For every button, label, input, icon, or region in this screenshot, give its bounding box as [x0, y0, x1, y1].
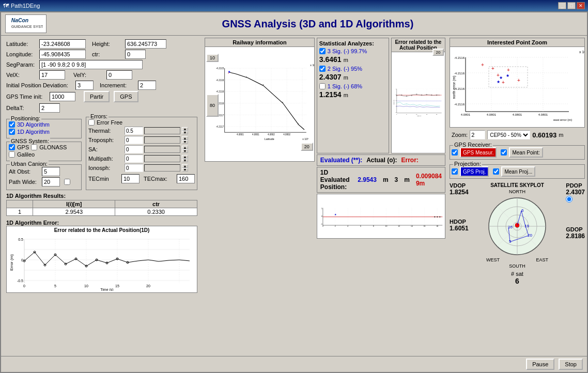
close-button[interactable]: ✕ — [577, 2, 585, 9]
error-free-checkbox[interactable] — [88, 119, 95, 126]
thermal-input[interactable] — [125, 127, 143, 135]
gps-proj-button[interactable]: GPS Proj. — [460, 166, 489, 177]
troposph-slider[interactable] — [144, 136, 180, 144]
railway-zoom-right-20[interactable]: 20 — [301, 143, 313, 151]
error-zoom-20[interactable]: 20 — [432, 49, 444, 56]
cep-select[interactable]: CEP50 - 50% — [487, 130, 530, 139]
zoom-input[interactable] — [470, 130, 485, 139]
mean-proj-button[interactable]: Mean Proj... — [501, 166, 535, 177]
troposph-input[interactable] — [125, 136, 143, 144]
railway-zoom-80[interactable]: 80 — [206, 94, 219, 117]
sa-down[interactable]: ▼ — [182, 149, 188, 153]
pdop-radio[interactable] — [566, 196, 572, 203]
algo1d-row: 1D Algorithm — [9, 129, 79, 135]
hdop-value: 1.6051 — [450, 225, 469, 232]
troposph-down[interactable]: ▼ — [182, 140, 188, 144]
delta-t-input[interactable] — [39, 103, 60, 113]
svg-text:15: 15 — [426, 114, 427, 115]
gps-meas-button[interactable]: GPS Measur. — [460, 147, 497, 158]
sig1-checkbox[interactable] — [319, 83, 326, 89]
ctr-input[interactable] — [125, 50, 146, 59]
svg-text:Time (s): Time (s) — [100, 288, 113, 291]
longitude-input[interactable] — [39, 50, 86, 59]
svg-text:4.0801: 4.0801 — [513, 113, 522, 116]
mean-point-button[interactable]: Mean Point: — [509, 147, 543, 158]
top-charts-row: Railway information 10 80 20 x 10⁶ Lo — [205, 38, 445, 162]
algo3d-label: 3D Algorithm — [17, 121, 50, 128]
sig2-value: 2.4307 — [319, 73, 342, 81]
segparam-input[interactable] — [39, 60, 143, 69]
ctr-label: ctr: — [92, 51, 123, 57]
errors-title: Errors: — [89, 113, 109, 119]
sa-up[interactable]: ▲ — [182, 146, 188, 149]
glonass-checkbox[interactable] — [31, 144, 37, 150]
sig2-checkbox[interactable] — [319, 66, 326, 72]
increment-input[interactable] — [138, 81, 156, 90]
maximize-button[interactable]: □ — [567, 2, 576, 9]
svg-text:-4.2116: -4.2116 — [454, 103, 465, 106]
thermal-slider[interactable] — [144, 127, 180, 134]
ionosph-slider[interactable] — [144, 164, 180, 172]
eval-value: 2.9543 — [358, 176, 377, 183]
path-wide-input[interactable] — [42, 177, 60, 186]
troposph-up[interactable]: ▲ — [182, 136, 188, 140]
gps-proj-checkbox[interactable] — [452, 168, 458, 175]
sa-input[interactable] — [125, 145, 143, 153]
multipath-slider[interactable] — [144, 155, 180, 162]
pos1d-svg: 1 0 -1 — [317, 194, 445, 238]
ionosph-down[interactable]: ▼ — [182, 168, 188, 172]
stop-button[interactable]: Stop — [559, 359, 583, 370]
projection-title: Projection: — [453, 161, 482, 167]
vely-input[interactable] — [106, 70, 132, 80]
gps-button[interactable]: GPS — [114, 91, 138, 102]
row-i-value: 2.9543 — [33, 208, 115, 216]
gps-checkbox[interactable] — [9, 144, 15, 150]
row-ctr-value: 0.2330 — [115, 208, 197, 216]
algo1d-checkbox[interactable] — [9, 129, 15, 135]
svg-text:4.0801: 4.0801 — [538, 113, 548, 116]
galileo-checkbox[interactable] — [9, 151, 15, 158]
sig3-checkbox[interactable] — [319, 48, 326, 54]
gps-time-input[interactable] — [50, 92, 75, 101]
mean-proj-checkbox[interactable] — [493, 168, 499, 175]
partir-button[interactable]: Partir — [84, 91, 110, 102]
algo-results-title: 1D Algorithm Results: — [6, 193, 197, 199]
multipath-input[interactable] — [125, 154, 143, 163]
thermal-down[interactable]: ▼ — [182, 131, 188, 134]
sa-slider[interactable] — [144, 146, 180, 153]
svg-text:0: 0 — [396, 114, 397, 115]
ionosph-input[interactable] — [125, 164, 143, 172]
multipath-down[interactable]: ▼ — [182, 159, 188, 162]
longitude-row: Longitude: ctr: — [6, 50, 197, 59]
minimize-button[interactable]: _ — [558, 2, 566, 9]
actual-unit: m — [404, 176, 410, 183]
tecmin-input[interactable] — [121, 174, 140, 183]
svg-text:★: ★ — [506, 73, 509, 78]
mean-point-checkbox[interactable] — [501, 149, 507, 156]
height-input[interactable] — [125, 39, 166, 49]
init-pos-input[interactable] — [75, 81, 94, 90]
error-svg: Error (m) — [392, 52, 445, 153]
path-wide-checkbox[interactable] — [64, 179, 70, 185]
vdop-label: VDOP — [450, 182, 469, 189]
pause-button[interactable]: Pause — [526, 359, 554, 370]
gdop-cell: GDOP 2.8186 — [566, 226, 585, 240]
thermal-up[interactable]: ▲ — [182, 127, 188, 131]
ionosph-up[interactable]: ▲ — [182, 164, 188, 168]
velx-input[interactable] — [39, 70, 65, 80]
latitude-input[interactable] — [39, 39, 86, 49]
longitude-label: Longitude: — [6, 51, 37, 57]
tecmax-input[interactable] — [177, 174, 195, 183]
railway-zoom-10[interactable]: 10 — [206, 54, 219, 62]
alt-obst-input[interactable] — [42, 167, 60, 176]
algo3d-checkbox[interactable] — [9, 121, 15, 128]
svg-text:*: * — [246, 76, 247, 79]
multipath-up[interactable]: ▲ — [182, 155, 188, 159]
increment-label: Increment: — [100, 82, 136, 88]
gdop-label: GDOP — [566, 226, 585, 232]
svg-text:10: 10 — [416, 114, 417, 115]
zoom-title: Interested Point Zoom — [450, 38, 584, 47]
gps-meas-checkbox[interactable] — [452, 149, 458, 156]
sig1-unit: m — [344, 92, 348, 98]
svg-text:Error (m): Error (m) — [393, 100, 394, 104]
